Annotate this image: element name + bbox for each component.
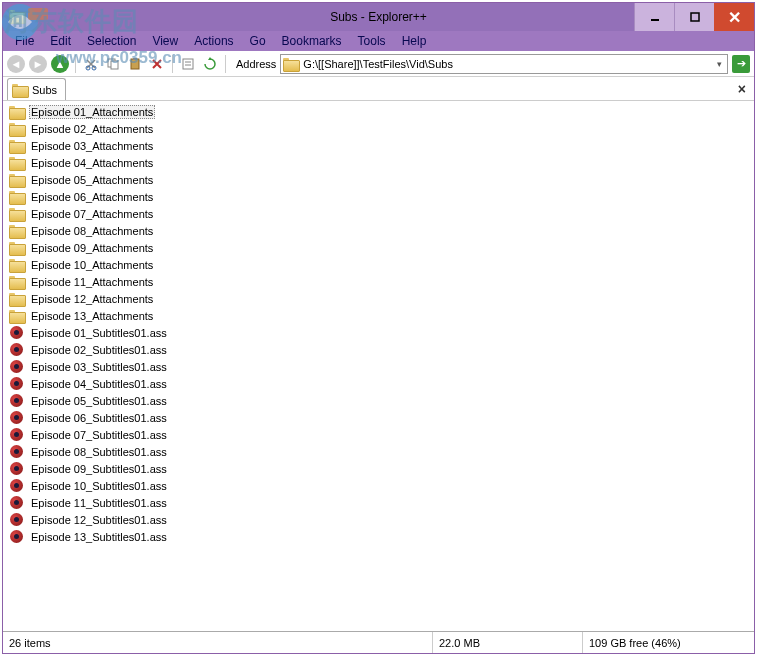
menu-bar: File Edit Selection View Actions Go Book… [3,31,754,51]
file-name: Episode 01_Subtitles01.ass [29,327,169,339]
maximize-button[interactable] [674,3,714,31]
menu-view[interactable]: View [144,33,186,49]
copy-icon[interactable] [104,55,122,73]
svg-rect-10 [183,59,193,69]
file-name: Episode 12_Attachments [29,293,155,305]
file-name: Episode 09_Subtitles01.ass [29,463,169,475]
ass-file-icon [9,428,25,442]
menu-actions[interactable]: Actions [186,33,241,49]
list-item[interactable]: Episode 06_Subtitles01.ass [9,409,748,426]
svg-rect-3 [691,13,699,21]
tab-close-icon[interactable]: × [738,81,746,97]
list-item[interactable]: Episode 02_Attachments [9,120,748,137]
cut-icon[interactable] [82,55,100,73]
folder-icon [9,207,25,221]
toolbar: ◄ ► ▲ Address G:\[[Share]]\TestFiles\Vid… [3,51,754,77]
file-name: Episode 12_Subtitles01.ass [29,514,169,526]
address-label: Address [236,58,276,70]
back-button[interactable]: ◄ [7,55,25,73]
file-name: Episode 07_Subtitles01.ass [29,429,169,441]
menu-selection[interactable]: Selection [79,33,144,49]
file-name: Episode 06_Subtitles01.ass [29,412,169,424]
list-item[interactable]: Episode 01_Attachments [9,103,748,120]
go-button[interactable]: ➔ [732,55,750,73]
window-title: Subs - Explorer++ [330,10,427,24]
application-window: Subs - Explorer++ ✕ File Edit Selection … [2,2,755,654]
separator [172,55,173,73]
file-name: Episode 06_Attachments [29,191,155,203]
list-item[interactable]: Episode 03_Subtitles01.ass [9,358,748,375]
list-item[interactable]: Episode 02_Subtitles01.ass [9,341,748,358]
folder-icon [9,292,25,306]
list-item[interactable]: Episode 04_Subtitles01.ass [9,375,748,392]
file-list[interactable]: Episode 01_AttachmentsEpisode 02_Attachm… [3,101,754,631]
file-name: Episode 07_Attachments [29,208,155,220]
status-size: 22.0 MB [433,632,583,653]
file-name: Episode 01_Attachments [29,105,155,119]
tab-subs[interactable]: Subs [7,78,66,100]
folder-icon [9,173,25,187]
refresh-icon[interactable] [201,55,219,73]
list-item[interactable]: Episode 09_Subtitles01.ass [9,460,748,477]
file-name: Episode 03_Subtitles01.ass [29,361,169,373]
list-item[interactable]: Episode 05_Subtitles01.ass [9,392,748,409]
forward-button[interactable]: ► [29,55,47,73]
menu-bookmarks[interactable]: Bookmarks [274,33,350,49]
list-item[interactable]: Episode 11_Attachments [9,273,748,290]
list-item[interactable]: Episode 10_Attachments [9,256,748,273]
list-item[interactable]: Episode 13_Subtitles01.ass [9,528,748,545]
menu-help[interactable]: Help [394,33,435,49]
paste-icon[interactable] [126,55,144,73]
separator [75,55,76,73]
list-item[interactable]: Episode 10_Subtitles01.ass [9,477,748,494]
separator [225,55,226,73]
address-path[interactable]: G:\[[Share]]\TestFiles\Vid\Subs [303,58,714,70]
address-dropdown-icon[interactable]: ▾ [714,59,725,69]
folder-icon [9,241,25,255]
folder-icon [9,139,25,153]
list-item[interactable]: Episode 07_Subtitles01.ass [9,426,748,443]
status-item-count: 26 items [3,632,433,653]
list-item[interactable]: Episode 08_Subtitles01.ass [9,443,748,460]
file-name: Episode 03_Attachments [29,140,155,152]
list-item[interactable]: Episode 11_Subtitles01.ass [9,494,748,511]
titlebar[interactable]: Subs - Explorer++ ✕ [3,3,754,31]
folder-icon [9,309,25,323]
list-item[interactable]: Episode 13_Attachments [9,307,748,324]
ass-file-icon [9,360,25,374]
address-bar[interactable]: G:\[[Share]]\TestFiles\Vid\Subs ▾ [280,54,728,74]
close-button[interactable]: ✕ [714,3,754,31]
svg-rect-8 [131,59,139,69]
list-item[interactable]: Episode 12_Attachments [9,290,748,307]
up-button[interactable]: ▲ [51,55,69,73]
menu-tools[interactable]: Tools [350,33,394,49]
ass-file-icon [9,394,25,408]
tab-label: Subs [32,84,57,96]
ass-file-icon [9,513,25,527]
delete-icon[interactable] [148,55,166,73]
list-item[interactable]: Episode 06_Attachments [9,188,748,205]
list-item[interactable]: Episode 12_Subtitles01.ass [9,511,748,528]
file-name: Episode 02_Attachments [29,123,155,135]
minimize-button[interactable] [634,3,674,31]
list-item[interactable]: Episode 05_Attachments [9,171,748,188]
folder-icon [9,122,25,136]
folder-icon [9,156,25,170]
file-name: Episode 10_Subtitles01.ass [29,480,169,492]
folder-icon [9,105,25,119]
folder-icon [9,275,25,289]
tab-bar: Subs × [3,77,754,101]
list-item[interactable]: Episode 01_Subtitles01.ass [9,324,748,341]
file-name: Episode 13_Subtitles01.ass [29,531,169,543]
list-item[interactable]: Episode 09_Attachments [9,239,748,256]
list-item[interactable]: Episode 08_Attachments [9,222,748,239]
list-item[interactable]: Episode 07_Attachments [9,205,748,222]
svg-rect-9 [133,58,137,60]
status-bar: 26 items 22.0 MB 109 GB free (46%) [3,631,754,653]
file-name: Episode 13_Attachments [29,310,155,322]
list-item[interactable]: Episode 03_Attachments [9,137,748,154]
list-item[interactable]: Episode 04_Attachments [9,154,748,171]
menu-go[interactable]: Go [242,33,274,49]
file-name: Episode 10_Attachments [29,259,155,271]
properties-icon[interactable] [179,55,197,73]
